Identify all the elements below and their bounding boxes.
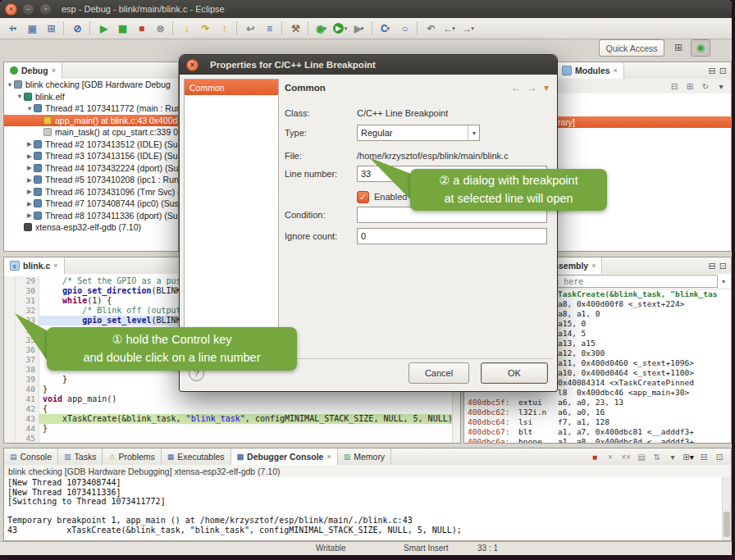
minimize-window-icon[interactable]: – — [22, 3, 34, 16]
line-number[interactable]: 35 — [16, 335, 39, 345]
collapsed-arrow-icon[interactable]: ▶ — [25, 188, 34, 195]
annotation-ruler-cell[interactable] — [4, 424, 16, 434]
line-number[interactable]: 41 — [16, 394, 39, 404]
close-tab-icon[interactable]: × — [614, 66, 618, 75]
debug-tree-item[interactable]: ▶Thread #2 1073413512 (IDLE) (Susp — [4, 139, 178, 151]
dialog-titlebar[interactable]: × Properties for C/C++ Line Breakpoint — [180, 55, 557, 75]
type-dropdown[interactable]: Regular ▾ — [357, 125, 480, 141]
line-number[interactable]: 43 — [16, 414, 39, 424]
annotation-ruler-cell[interactable] — [4, 394, 16, 404]
collapsed-arrow-icon[interactable]: ▶ — [25, 212, 34, 219]
chevron-down-icon[interactable]: ▾ — [718, 275, 729, 288]
disassembly-line[interactable]: 400dbc64:lsif7, a1, 128 — [464, 417, 731, 427]
collapsed-arrow-icon[interactable]: ▶ — [25, 140, 34, 148]
debug-tree-item[interactable]: ▼blink checking [GDB Hardware Debug — [4, 79, 178, 91]
annotation-ruler-cell[interactable] — [4, 326, 16, 335]
quick-access-button[interactable]: Quick Access — [599, 39, 664, 57]
maximize-icon[interactable]: ⊡ — [719, 261, 727, 271]
scroll-lock-icon[interactable]: ⇅ — [651, 450, 664, 463]
code-line[interactable]: } — [39, 424, 453, 434]
view-menu-icon[interactable]: ▾ — [714, 80, 728, 93]
close-window-icon[interactable]: × — [5, 3, 17, 16]
collapse-all-icon[interactable]: ⊟ — [668, 80, 681, 93]
expand-all-icon[interactable]: ⊞ — [683, 80, 696, 93]
line-number[interactable]: 38 — [16, 365, 39, 375]
build-icon[interactable]: ⚒ — [286, 20, 304, 37]
external-tools-icon[interactable]: ▶▾ — [350, 20, 368, 37]
back-icon[interactable]: ←▾ — [441, 20, 458, 37]
ok-button[interactable]: OK — [481, 362, 548, 384]
forward-icon[interactable]: → — [527, 82, 537, 93]
annotation-ruler-cell[interactable] — [4, 335, 16, 345]
save-all-icon[interactable]: ⊞ — [42, 20, 59, 37]
debug-tree-item[interactable]: ▶Thread #8 1073411336 (dport) (Sus — [4, 210, 178, 222]
minimize-icon[interactable]: ⊟ — [709, 261, 716, 271]
line-number[interactable]: 37 — [16, 355, 39, 365]
terminate-console-icon[interactable]: ■ — [588, 450, 601, 463]
scrollbar-thumb[interactable] — [724, 512, 730, 537]
annotation-ruler-cell[interactable] — [4, 365, 16, 375]
line-number[interactable]: 31 — [16, 296, 39, 306]
line-number[interactable]: 36 — [16, 345, 39, 355]
open-perspective-icon[interactable]: ⊞ — [669, 40, 687, 56]
remove-all-launches-icon[interactable]: ×× — [619, 450, 632, 463]
annotation-ruler-cell[interactable] — [4, 404, 16, 414]
suspend-icon[interactable]: ▮▮ — [113, 20, 130, 37]
enabled-checkbox[interactable]: ✓ — [357, 191, 369, 203]
expanded-arrow-icon[interactable]: ▼ — [6, 81, 14, 89]
run-icon[interactable]: ▶▾ — [331, 20, 349, 37]
close-tab-icon[interactable]: × — [52, 66, 56, 75]
open-console-icon[interactable]: ⊞▾ — [682, 450, 695, 463]
disassembly-line[interactable]: 400dbc5f:extuia6, a0, 23, 13 — [464, 398, 731, 407]
step-into-icon[interactable]: ↓ — [177, 20, 194, 37]
disassembly-line[interactable]: 400dbc67:blta1, a7, 0x400dbc81 <__adddf3… — [464, 427, 731, 437]
annotation-ruler-cell[interactable] — [4, 276, 16, 286]
collapsed-arrow-icon[interactable]: ▶ — [25, 200, 34, 207]
close-tab-icon[interactable]: × — [591, 262, 596, 270]
dialog-close-button[interactable]: × — [186, 59, 199, 71]
terminate-icon[interactable]: ■ — [132, 20, 149, 37]
tab-blink-c[interactable]: c blink.c × — [4, 257, 65, 274]
annotation-ruler-cell[interactable] — [4, 375, 16, 385]
debug-tree-item[interactable]: ▶Thread #4 1073432224 (dport) (Sus — [4, 162, 178, 175]
debug-perspective-icon[interactable]: ◉ — [691, 39, 710, 57]
annotation-ruler-cell[interactable] — [4, 414, 16, 424]
tab-debug[interactable]: Debug × — [4, 62, 62, 79]
line-number[interactable]: 44 — [16, 424, 39, 434]
line-number[interactable]: 32 — [16, 306, 39, 316]
minimize-icon[interactable]: ⊟ — [709, 66, 716, 76]
close-tab-icon[interactable]: × — [326, 453, 331, 461]
collapsed-arrow-icon[interactable]: ▶ — [25, 153, 34, 160]
instruction-stepping-icon[interactable]: ≡ — [260, 20, 277, 37]
skip-all-breakpoints-icon[interactable]: ⊘ — [68, 20, 85, 37]
drop-to-frame-icon[interactable]: ↩ — [241, 20, 258, 37]
disassembly-line[interactable]: 400dbc6a:bnonea1, a8, 0x400dbc8d <__addd… — [464, 437, 731, 443]
code-line[interactable]: { — [39, 404, 453, 414]
minimize-view-icon[interactable]: ⊟ — [697, 450, 710, 463]
sidebar-item-common[interactable]: Common — [185, 80, 278, 95]
code-line[interactable]: xTaskCreate(&blink_task, "blink_task", c… — [39, 414, 453, 424]
annotation-ruler-cell[interactable] — [4, 316, 16, 326]
line-number[interactable]: 42 — [16, 404, 39, 414]
annotation-ruler-cell[interactable] — [4, 355, 16, 365]
annotation-ruler-cell[interactable] — [4, 286, 16, 296]
refresh-modules-icon[interactable]: ↻ — [699, 80, 712, 93]
code-line[interactable] — [39, 434, 453, 443]
line-number[interactable]: 40 — [16, 385, 39, 394]
tab-tasks[interactable]: ▥Tasks — [58, 448, 103, 465]
collapsed-arrow-icon[interactable]: ▶ — [25, 164, 34, 171]
annotation-ruler-cell[interactable] — [4, 296, 16, 306]
back-icon[interactable]: ← — [511, 82, 521, 93]
debug-tree-item[interactable]: ▼blink.elf — [4, 91, 178, 103]
annotation-ruler-cell[interactable] — [4, 434, 16, 443]
forward-icon[interactable]: →▾ — [459, 20, 477, 37]
debug-tree-item[interactable]: app_main() at blink.c:43 0x400dbc — [4, 115, 178, 127]
window-titlebar[interactable]: ×–▫ esp - Debug - blink/main/blink.c - E… — [0, 0, 732, 18]
line-number[interactable]: 33 — [16, 316, 39, 326]
debug-icon[interactable]: ◉▾ — [313, 20, 330, 37]
debug-tree-item[interactable]: ▶Thread #3 1073413156 (IDLE) (Susp — [4, 150, 178, 162]
line-number[interactable]: 45 — [16, 434, 39, 443]
collapsed-arrow-icon[interactable]: ▶ — [25, 176, 34, 184]
new-cpp-class-icon[interactable]: C▾ — [377, 20, 394, 37]
close-tab-icon[interactable]: × — [53, 262, 57, 270]
